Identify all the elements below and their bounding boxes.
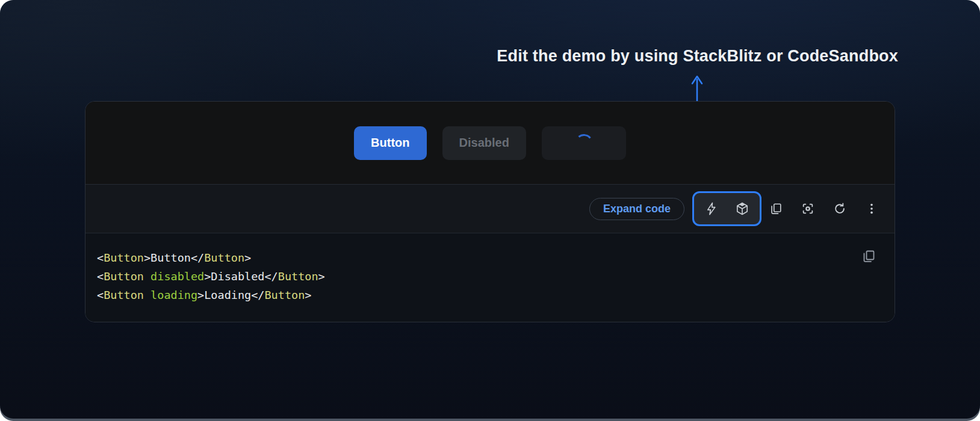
demo-toolbar: Expand code bbox=[85, 184, 895, 233]
kebab-menu-icon bbox=[865, 202, 878, 215]
code-line: <Button>Button</Button> bbox=[97, 248, 876, 267]
code-lines: <Button>Button</Button><Button disabled>… bbox=[97, 248, 876, 304]
code-line: <Button disabled>Disabled</Button> bbox=[97, 267, 876, 286]
annotation-text: Edit the demo by using StackBlitz or Cod… bbox=[497, 47, 898, 66]
screenshot-canvas: Edit the demo by using StackBlitz or Cod… bbox=[0, 0, 980, 421]
codesandbox-cube-icon bbox=[735, 201, 749, 216]
copy-icon bbox=[769, 202, 783, 215]
more-actions-button[interactable] bbox=[864, 201, 879, 216]
viewfinder-icon bbox=[801, 202, 814, 215]
standalone-button[interactable] bbox=[801, 201, 815, 216]
thunderbolt-icon bbox=[705, 202, 718, 215]
demo-preview-area: Button Disabled bbox=[85, 102, 895, 184]
code-block: <Button>Button</Button><Button disabled>… bbox=[85, 233, 895, 322]
demo-button-disabled[interactable]: Disabled bbox=[442, 126, 526, 160]
refresh-button[interactable] bbox=[833, 201, 847, 216]
edit-online-group bbox=[692, 191, 761, 226]
demo-button-primary[interactable]: Button bbox=[354, 126, 426, 160]
codesandbox-button[interactable] bbox=[735, 201, 749, 216]
demo-card: Button Disabled Expand code bbox=[85, 101, 895, 322]
stackblitz-button[interactable] bbox=[704, 201, 719, 216]
refresh-icon bbox=[833, 202, 846, 215]
loading-spinner-icon bbox=[574, 133, 594, 153]
copy-code-button[interactable] bbox=[769, 201, 783, 216]
expand-code-button[interactable]: Expand code bbox=[589, 198, 684, 220]
code-line: <Button loading>Loading</Button> bbox=[97, 286, 876, 304]
copy-snippet-button[interactable] bbox=[861, 249, 876, 265]
demo-button-loading[interactable] bbox=[542, 126, 626, 160]
copy-icon bbox=[861, 249, 876, 263]
